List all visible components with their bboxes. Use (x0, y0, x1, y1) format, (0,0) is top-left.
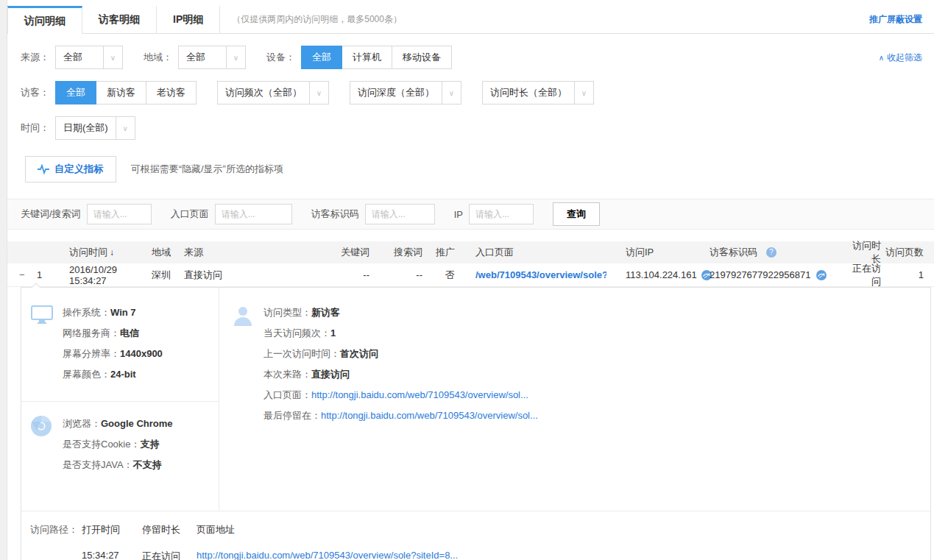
source-filter-label: 来源： (21, 51, 49, 64)
detail-value: Google Chrome (101, 418, 173, 429)
visitor-segmented-control: 全部 新访客 老访客 (55, 81, 197, 104)
visit-info-column: 访问类型：新访客 当天访问频次：1 上一次访问时间：首次访问 本次来路：直接访问… (219, 288, 930, 511)
visit-frequency-dropdown[interactable]: 访问频次（全部） ∨ (217, 81, 329, 104)
region-dropdown[interactable]: 全部 ∨ (178, 46, 246, 69)
detail-label: 操作系统： (63, 307, 110, 318)
tab-ip-detail[interactable]: IP明细 (157, 6, 220, 33)
keyword-search-input[interactable] (87, 204, 152, 224)
keyword-search-label: 关键词/搜索词 (21, 208, 81, 221)
monitor-icon (30, 302, 63, 385)
visit-detail-panel: 操作系统：Win 7 网络服务商：电信 屏幕分辨率：1440x900 屏幕颜色：… (21, 287, 931, 560)
source-dropdown[interactable]: 全部 ∨ (55, 46, 123, 69)
detail-value: 不支持 (133, 459, 162, 470)
visit-depth-dropdown[interactable]: 访问深度（全部） ∨ (350, 81, 461, 104)
tab-visit-detail[interactable]: 访问明细 (7, 6, 82, 34)
path-page-url-link[interactable]: http://tongji.baidu.com/web/7109543/over… (197, 550, 458, 560)
col-promo: 推广 (422, 246, 455, 259)
page-url-header: 页面地址 (197, 523, 235, 536)
chevron-down-icon: ∨ (310, 81, 329, 104)
filter-panel: 来源： 全部 ∨ 地域： 全部 ∨ 设备： 全部 计算机 移动设备 ∧ 收起筛选 (7, 46, 934, 140)
time-dropdown-value: 日期(全部) (55, 116, 116, 140)
last-page-url-link[interactable]: http://tongji.baidu.com/web/7109543/over… (321, 410, 538, 421)
time-dropdown[interactable]: 日期(全部) ∨ (55, 116, 135, 140)
visit-detail-page: 访问明细 访客明细 IP明细 （仅提供两周内的访问明细，最多5000条） 推广屏… (7, 0, 934, 560)
detail-label: 当天访问频次： (263, 327, 330, 339)
col-visit-time[interactable]: 访问时间 ↓ (56, 246, 152, 259)
filter-row-2: 访客： 全部 新访客 老访客 访问频次（全部） ∨ 访问深度（全部） ∨ 访问时… (21, 81, 934, 104)
device-info-column: 操作系统：Win 7 网络服务商：电信 屏幕分辨率：1440x900 屏幕颜色：… (21, 288, 219, 511)
open-time-value: 15:34:27 (82, 550, 142, 560)
col-source: 来源 (184, 246, 321, 259)
detail-label: 上一次访问时间： (263, 348, 340, 359)
visit-duration-value: 访问时长（全部） (482, 81, 575, 104)
detail-label: 是否支持JAVA： (63, 459, 133, 470)
chevron-up-icon: ∧ (879, 54, 884, 62)
stay-duration-value: 正在访问 (142, 550, 197, 560)
open-time-header: 打开时间 (82, 523, 142, 536)
collapse-filters-link[interactable]: ∧ 收起筛选 (879, 52, 934, 64)
detail-value: 支持 (140, 439, 159, 450)
device-pc-button[interactable]: 计算机 (342, 46, 392, 69)
detail-value: 1 (330, 327, 336, 339)
detail-value: 首次访问 (340, 348, 378, 359)
col-visitor-id-label: 访客标识码 (710, 246, 757, 259)
entry-page-link[interactable]: /web/7109543/overview/sole?siteI... (475, 269, 606, 280)
device-segmented-control: 全部 计算机 移动设备 (301, 46, 452, 69)
keyword-cell: -- (321, 269, 369, 280)
query-button[interactable]: 查询 (553, 202, 600, 226)
stay-duration-header: 停留时长 (142, 523, 197, 536)
chrome-browser-icon (30, 414, 63, 475)
promo-block-settings-link[interactable]: 推广屏蔽设置 (869, 6, 934, 33)
filter-row-3: 时间： 日期(全部) ∨ (21, 116, 934, 140)
tab-visitor-detail[interactable]: 访客明细 (82, 6, 157, 33)
tab-strip: 访问明细 访客明细 IP明细 （仅提供两周内的访问明细，最多5000条） 推广屏… (7, 6, 934, 34)
detail-value: 24-bit (110, 369, 136, 380)
col-entry-page: 入口页面 (455, 246, 606, 259)
entry-page-url-link[interactable]: http://tongji.baidu.com/web/7109543/over… (311, 389, 528, 400)
collapse-row-button[interactable]: − (19, 269, 37, 280)
ip-cell: 113.104.224.161 (606, 269, 710, 280)
promo-cell: 否 (422, 269, 455, 282)
chevron-down-icon: ∨ (442, 81, 461, 104)
custom-metric-hint: 可根据需要“隐藏/显示”所选的指标项 (131, 163, 283, 176)
visit-path-section: 访问路径： 打开时间 停留时长 页面地址 访问路径： 15:34:27 正在访问… (21, 511, 930, 560)
detail-value: 新访客 (311, 307, 340, 318)
region-cell: 深圳 (152, 269, 184, 282)
visitor-id-value: 2197927677922956871 (710, 269, 810, 280)
visit-duration-dropdown[interactable]: 访问时长（全部） ∨ (482, 81, 594, 104)
detail-label: 本次来路： (263, 369, 311, 380)
source-dropdown-value: 全部 (55, 46, 104, 69)
visitor-new-button[interactable]: 新访客 (96, 81, 146, 104)
help-icon[interactable]: ? (766, 247, 776, 258)
collapse-filters-label: 收起筛选 (887, 52, 922, 64)
device-all-button[interactable]: 全部 (301, 46, 342, 69)
device-filter-label: 设备： (266, 51, 295, 64)
custom-metric-button[interactable]: 自定义指标 (25, 156, 116, 182)
search-band: 关键词/搜索词 入口页面 访客标识码 IP 查询 (7, 199, 934, 230)
visitor-old-button[interactable]: 老访客 (146, 81, 197, 104)
visitor-filter-label: 访客： (21, 86, 49, 99)
row-number: 1 (37, 269, 56, 280)
visitor-id-input[interactable] (365, 204, 435, 224)
col-search-word: 搜索词 (369, 246, 422, 259)
pages-cell: 1 (881, 269, 924, 280)
visit-depth-value: 访问深度（全部） (350, 81, 442, 104)
visit-time-cell: 2016/10/29 15:34:27 (56, 264, 152, 286)
custom-metric-label: 自定义指标 (54, 163, 104, 176)
visitor-person-icon (231, 302, 263, 426)
table-header: 访问时间 ↓ 地域 来源 关键词 搜索词 推广 入口页面 访问IP 访客标识码 … (7, 241, 934, 263)
ip-input[interactable] (469, 204, 534, 224)
detail-label: 屏幕分辨率： (63, 348, 120, 359)
table-row: − 1 2016/10/29 15:34:27 深圳 直接访问 -- -- 否 … (7, 263, 934, 287)
device-mobile-button[interactable]: 移动设备 (392, 46, 452, 69)
entry-page-input[interactable] (215, 204, 292, 224)
sort-desc-icon: ↓ (110, 247, 114, 258)
globe-icon[interactable] (816, 270, 827, 280)
detail-label: 浏览器： (63, 418, 101, 429)
ip-label: IP (454, 209, 463, 220)
duration-cell: 正在访问 (845, 262, 881, 288)
visitor-all-button[interactable]: 全部 (55, 81, 96, 104)
col-visit-time-label: 访问时间 (69, 246, 107, 259)
visitor-id-label: 访客标识码 (311, 208, 359, 221)
visitor-id-cell: 2197927677922956871 (710, 269, 845, 280)
